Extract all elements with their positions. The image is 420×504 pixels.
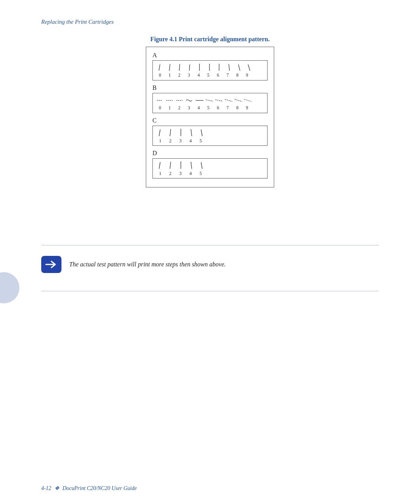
figure-container: A 0 1 2 3 bbox=[146, 47, 274, 187]
svg-text:4: 4 bbox=[198, 73, 200, 77]
svg-text:8: 8 bbox=[236, 105, 238, 110]
section-label-d: D bbox=[152, 150, 268, 157]
svg-text:3: 3 bbox=[179, 171, 182, 176]
svg-text:9: 9 bbox=[246, 73, 248, 77]
svg-text:5: 5 bbox=[200, 171, 202, 176]
note-arrow-icon bbox=[41, 256, 61, 273]
svg-line-24 bbox=[206, 100, 213, 101]
section-label-b: B bbox=[152, 84, 268, 91]
svg-line-27 bbox=[235, 99, 242, 102]
bottom-divider bbox=[41, 291, 379, 291]
svg-text:5: 5 bbox=[207, 73, 210, 77]
footer-page-number: 4-12 bbox=[41, 485, 51, 492]
svg-text:1: 1 bbox=[159, 171, 161, 176]
svg-text:4: 4 bbox=[198, 105, 200, 110]
svg-line-25 bbox=[215, 100, 223, 101]
svg-text:6: 6 bbox=[217, 105, 219, 110]
section-label-c: C bbox=[152, 117, 268, 124]
svg-text:5: 5 bbox=[207, 105, 210, 110]
arrow-right-icon bbox=[45, 259, 58, 270]
svg-line-0 bbox=[159, 65, 160, 71]
svg-text:3: 3 bbox=[179, 138, 182, 144]
footer-diamond: ❖ bbox=[54, 485, 60, 492]
svg-text:1: 1 bbox=[168, 73, 171, 77]
breadcrumb: Replacing the Print Cartridges bbox=[41, 19, 114, 25]
svg-line-7 bbox=[229, 64, 229, 71]
note-box: The actual test pattern will print more … bbox=[41, 256, 379, 273]
svg-line-43 bbox=[201, 130, 202, 136]
section-label-a: A bbox=[152, 52, 268, 59]
svg-text:2: 2 bbox=[169, 138, 172, 144]
svg-text:6: 6 bbox=[217, 73, 219, 77]
svg-text:8: 8 bbox=[236, 73, 238, 77]
top-divider bbox=[41, 245, 379, 245]
svg-text:0: 0 bbox=[159, 73, 161, 77]
svg-text:2: 2 bbox=[178, 105, 180, 110]
svg-text:2: 2 bbox=[169, 171, 172, 176]
footer: 4-12 ❖ DocuPrint C20/NC20 User Guide bbox=[41, 485, 137, 492]
svg-line-3 bbox=[189, 65, 190, 71]
pattern-row-b: 0 1 2 3 4 5 6 7 8 9 bbox=[152, 93, 268, 113]
svg-text:4: 4 bbox=[189, 138, 192, 144]
svg-text:0: 0 bbox=[159, 105, 161, 110]
note-text: The actual test pattern will print more … bbox=[69, 261, 226, 268]
pattern-row-c: 1 2 3 4 5 bbox=[152, 126, 268, 146]
svg-text:1: 1 bbox=[159, 138, 161, 144]
figure-title: Figure 4.1 Print cartridge alignment pat… bbox=[150, 36, 270, 43]
footer-title: DocuPrint C20/NC20 User Guide bbox=[63, 485, 137, 492]
svg-line-50 bbox=[170, 162, 171, 169]
svg-text:3: 3 bbox=[188, 105, 190, 110]
svg-line-49 bbox=[159, 162, 160, 169]
svg-line-39 bbox=[159, 130, 160, 136]
svg-text:4: 4 bbox=[189, 171, 192, 176]
svg-line-53 bbox=[201, 162, 202, 169]
svg-line-42 bbox=[191, 129, 192, 136]
svg-text:9: 9 bbox=[246, 105, 248, 110]
svg-text:5: 5 bbox=[200, 138, 202, 144]
row-a-svg: 0 1 2 3 4 5 6 7 8 9 bbox=[155, 62, 265, 79]
svg-text:1: 1 bbox=[168, 105, 171, 110]
svg-text:7: 7 bbox=[227, 105, 229, 110]
svg-text:2: 2 bbox=[178, 73, 180, 77]
row-b-svg: 0 1 2 3 4 5 6 7 8 9 bbox=[155, 95, 265, 111]
svg-line-52 bbox=[191, 162, 192, 169]
decorative-circle bbox=[0, 272, 19, 303]
row-d-svg: 1 2 3 4 5 bbox=[155, 160, 215, 177]
svg-text:3: 3 bbox=[188, 73, 190, 77]
pattern-row-d: 1 2 3 4 5 bbox=[152, 158, 268, 178]
pattern-row-a: 0 1 2 3 4 5 6 7 8 9 bbox=[152, 60, 268, 80]
svg-line-28 bbox=[244, 99, 252, 102]
svg-line-1 bbox=[169, 64, 170, 71]
svg-text:7: 7 bbox=[227, 73, 229, 77]
svg-line-26 bbox=[225, 99, 233, 102]
svg-line-9 bbox=[248, 65, 250, 71]
svg-line-8 bbox=[238, 65, 240, 71]
svg-line-40 bbox=[170, 129, 171, 136]
svg-line-2 bbox=[179, 64, 180, 71]
row-c-svg: 1 2 3 4 5 bbox=[155, 128, 215, 144]
